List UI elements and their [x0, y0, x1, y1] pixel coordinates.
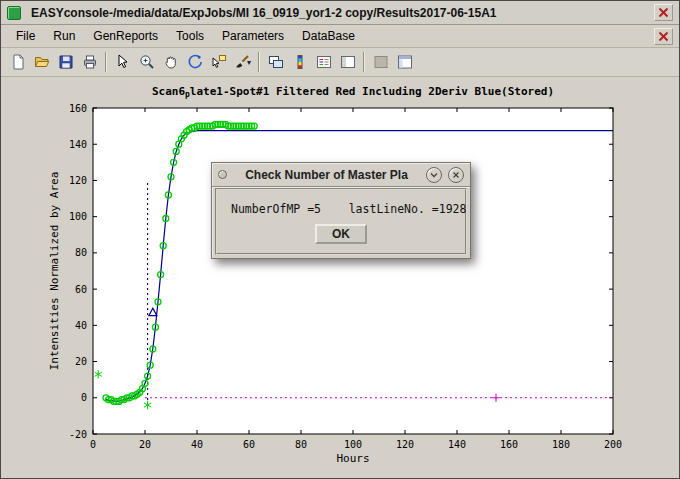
rotate-3d-button[interactable]	[183, 51, 206, 74]
brush-button[interactable]: ▾	[231, 51, 254, 74]
svg-text:40: 40	[191, 439, 203, 450]
svg-text:60: 60	[243, 439, 255, 450]
svg-text:100: 100	[69, 211, 87, 222]
open-file-button[interactable]	[30, 51, 53, 74]
svg-text:160: 160	[500, 439, 518, 450]
svg-text:40: 40	[75, 320, 87, 331]
menu-tools[interactable]: Tools	[167, 26, 213, 46]
chevron-down-icon	[429, 170, 439, 180]
window-close-button[interactable]	[654, 4, 673, 21]
close-icon	[451, 170, 461, 180]
svg-text:140: 140	[69, 139, 87, 150]
rotate-arrow-icon	[186, 53, 204, 71]
svg-text:80: 80	[75, 247, 87, 258]
plot-browser-icon	[339, 53, 357, 71]
svg-text:Intensities Normalized by Area: Intensities Normalized by Area	[48, 172, 61, 371]
edit-plot-button[interactable]	[111, 51, 134, 74]
plot-canvas[interactable]: 020406080100120140160180200-200204060801…	[1, 77, 679, 478]
close-icon	[658, 31, 669, 42]
menu-run[interactable]: Run	[44, 26, 84, 46]
dialog-menu-icon	[218, 170, 227, 179]
data-cursor-button[interactable]	[207, 51, 230, 74]
svg-text:120: 120	[69, 175, 87, 186]
svg-text:80: 80	[295, 439, 307, 450]
show-plot-tools-button[interactable]	[393, 51, 416, 74]
svg-text:0: 0	[81, 392, 87, 403]
svg-text:200: 200	[604, 439, 622, 450]
dialog-message: NumberOfMP =5 lastLineNo. =1928	[231, 202, 455, 216]
floppy-icon	[57, 53, 75, 71]
link-plots-button[interactable]	[264, 51, 287, 74]
insert-legend-button[interactable]	[312, 51, 335, 74]
app-window: EASYconsole-/media/data/ExpJobs/MI 16_09…	[0, 0, 680, 479]
window-title: EASYconsole-/media/data/ExpJobs/MI 16_09…	[31, 6, 497, 20]
menu-file[interactable]: File	[7, 26, 44, 46]
svg-text:60: 60	[75, 284, 87, 295]
figure-area: 020406080100120140160180200-200204060801…	[1, 77, 679, 478]
svg-text:180: 180	[552, 439, 570, 450]
svg-text:Scan6plate1-Spot#1 Filtered Re: Scan6plate1-Spot#1 Filtered Red Includin…	[152, 85, 554, 99]
ok-button[interactable]: OK	[315, 224, 367, 244]
show-plot-tools-icon	[396, 53, 414, 71]
zoom-in-button[interactable]	[135, 51, 158, 74]
svg-text:120: 120	[396, 439, 414, 450]
legend-icon	[315, 53, 333, 71]
link-plots-icon	[267, 53, 285, 71]
svg-text:160: 160	[69, 103, 87, 114]
toolbar-separator	[363, 52, 365, 72]
svg-text:Hours: Hours	[336, 452, 369, 465]
titlebar[interactable]: EASYconsole-/media/data/ExpJobs/MI 16_09…	[1, 1, 679, 25]
dialog-collapse-button[interactable]	[426, 167, 442, 183]
dialog-check-number: Check Number of Master Pla NumberOfMP =5…	[211, 162, 471, 259]
menu-bar: File Run GenReports Tools Parameters Dat…	[1, 25, 679, 48]
printer-icon	[81, 53, 99, 71]
pan-button[interactable]	[159, 51, 182, 74]
menubar-close-button[interactable]	[654, 28, 673, 45]
app-icon	[7, 6, 21, 20]
toolbar-separator	[258, 52, 260, 72]
data-cursor-icon	[210, 53, 228, 71]
menu-genreports[interactable]: GenReports	[84, 26, 167, 46]
svg-text:20: 20	[139, 439, 151, 450]
new-file-icon	[9, 53, 27, 71]
hand-icon	[162, 53, 180, 71]
plot-browser-button[interactable]	[336, 51, 359, 74]
dialog-close-button[interactable]	[448, 167, 464, 183]
insert-colorbar-button[interactable]	[288, 51, 311, 74]
hide-plot-tools-button[interactable]	[369, 51, 392, 74]
magnifier-plus-icon	[138, 53, 156, 71]
open-folder-icon	[33, 53, 51, 71]
dialog-title: Check Number of Master Pla	[233, 168, 420, 182]
save-button[interactable]	[54, 51, 77, 74]
menu-database[interactable]: DataBase	[293, 26, 364, 46]
dropdown-arrow-icon: ▾	[247, 58, 251, 67]
svg-text:140: 140	[448, 439, 466, 450]
new-file-button[interactable]	[6, 51, 29, 74]
toolbar: ▾	[1, 48, 679, 77]
svg-text:0: 0	[90, 439, 96, 450]
svg-text:20: 20	[75, 356, 87, 367]
arrow-cursor-icon	[114, 53, 132, 71]
print-button[interactable]	[78, 51, 101, 74]
close-icon	[658, 7, 669, 18]
dialog-body: NumberOfMP =5 lastLineNo. =1928 OK	[215, 188, 467, 255]
dialog-titlebar[interactable]: Check Number of Master Pla	[212, 163, 470, 187]
colorbar-icon	[291, 53, 309, 71]
toolbar-separator	[105, 52, 107, 72]
menu-parameters[interactable]: Parameters	[213, 26, 293, 46]
svg-text:100: 100	[344, 439, 362, 450]
svg-text:-20: -20	[69, 429, 87, 440]
hide-plot-tools-icon	[372, 53, 390, 71]
